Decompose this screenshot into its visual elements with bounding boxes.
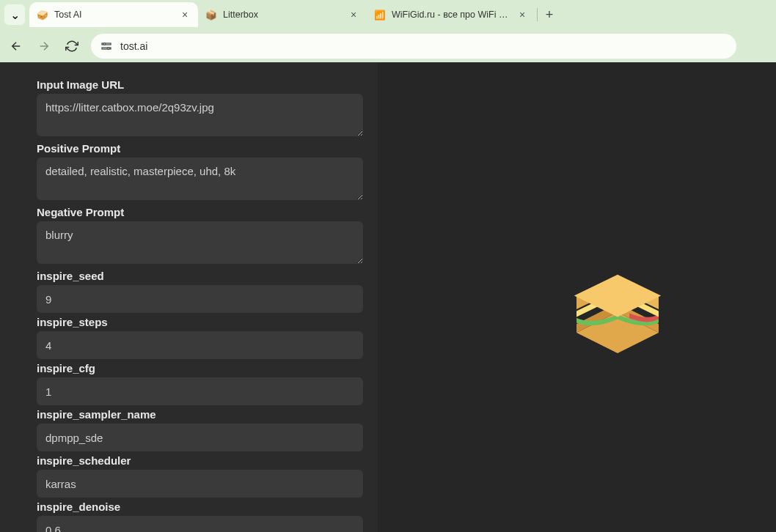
inspire-cfg-input[interactable] — [37, 377, 363, 405]
close-icon[interactable]: × — [348, 9, 359, 21]
field-inspire-cfg: inspire_cfg — [37, 362, 363, 405]
url-text: tost.ai — [120, 40, 147, 52]
browser-toolbar: tost.ai — [0, 29, 776, 62]
site-settings-icon[interactable] — [100, 40, 113, 53]
negative-prompt-textarea[interactable] — [37, 221, 363, 264]
field-inspire-steps: inspire_steps — [37, 316, 363, 359]
browser-chrome: ⌄ 🥪 Tost AI × 📦 Litterbox × 📶 WiFiGid.ru… — [0, 0, 776, 62]
inspire-seed-input[interactable] — [37, 285, 363, 313]
label-negative-prompt: Negative Prompt — [37, 206, 363, 218]
tab-title: Tost AI — [54, 10, 173, 20]
sandwich-icon — [559, 254, 676, 371]
input-image-url-textarea[interactable] — [37, 94, 363, 136]
inspire-denoise-input[interactable] — [37, 516, 363, 532]
tab-title: Litterbox — [223, 10, 342, 20]
inspire-sampler-name-input[interactable] — [37, 424, 363, 451]
sandwich-logo — [559, 254, 676, 371]
label-input-image-url: Input Image URL — [37, 78, 363, 91]
tab-separator — [537, 8, 538, 21]
arrow-left-icon — [10, 40, 23, 53]
field-positive-prompt: Positive Prompt — [37, 142, 363, 203]
field-input-image-url: Input Image URL — [37, 78, 363, 139]
reload-icon — [65, 40, 78, 53]
wifi-icon: 📶 — [374, 9, 386, 21]
field-negative-prompt: Negative Prompt — [37, 206, 363, 267]
preview-panel — [378, 62, 776, 532]
close-icon[interactable]: × — [179, 9, 191, 21]
label-inspire-scheduler: inspire_scheduler — [37, 454, 363, 467]
field-inspire-denoise: inspire_denoise — [37, 500, 363, 532]
new-tab-button[interactable]: + — [539, 7, 560, 23]
reload-button[interactable] — [63, 37, 81, 55]
tab-tost-ai[interactable]: 🥪 Tost AI × — [29, 2, 198, 27]
app-content: Input Image URL Positive Prompt Negative… — [0, 62, 776, 532]
label-positive-prompt: Positive Prompt — [37, 142, 363, 155]
tab-litterbox[interactable]: 📦 Litterbox × — [198, 2, 367, 27]
forward-button[interactable] — [35, 37, 53, 55]
tabs-row: ⌄ 🥪 Tost AI × 📦 Litterbox × 📶 WiFiGid.ru… — [0, 0, 776, 29]
label-inspire-sampler-name: inspire_sampler_name — [37, 408, 363, 421]
browser-menu-button[interactable]: ⌄ — [4, 4, 25, 25]
close-icon[interactable]: × — [516, 9, 528, 21]
form-panel: Input Image URL Positive Prompt Negative… — [0, 62, 378, 532]
tab-wifigid[interactable]: 📶 WiFiGid.ru - все про WiFi и бес × — [367, 2, 535, 27]
back-button[interactable] — [7, 37, 25, 55]
inspire-scheduler-input[interactable] — [37, 470, 363, 498]
positive-prompt-textarea[interactable] — [37, 158, 363, 200]
chevron-down-icon: ⌄ — [10, 8, 20, 22]
box-icon: 📦 — [205, 9, 217, 21]
svg-point-3 — [107, 47, 109, 49]
label-inspire-cfg: inspire_cfg — [37, 362, 363, 374]
label-inspire-seed: inspire_seed — [37, 270, 363, 282]
address-bar[interactable]: tost.ai — [91, 34, 736, 59]
label-inspire-denoise: inspire_denoise — [37, 500, 363, 513]
field-inspire-scheduler: inspire_scheduler — [37, 454, 363, 498]
inspire-steps-input[interactable] — [37, 331, 363, 359]
tab-title: WiFiGid.ru - все про WiFi и бес — [392, 10, 510, 20]
sandwich-icon: 🥪 — [37, 9, 48, 21]
label-inspire-steps: inspire_steps — [37, 316, 363, 328]
arrow-right-icon — [37, 40, 51, 53]
field-inspire-sampler-name: inspire_sampler_name — [37, 408, 363, 451]
svg-point-2 — [103, 43, 106, 45]
field-inspire-seed: inspire_seed — [37, 270, 363, 313]
